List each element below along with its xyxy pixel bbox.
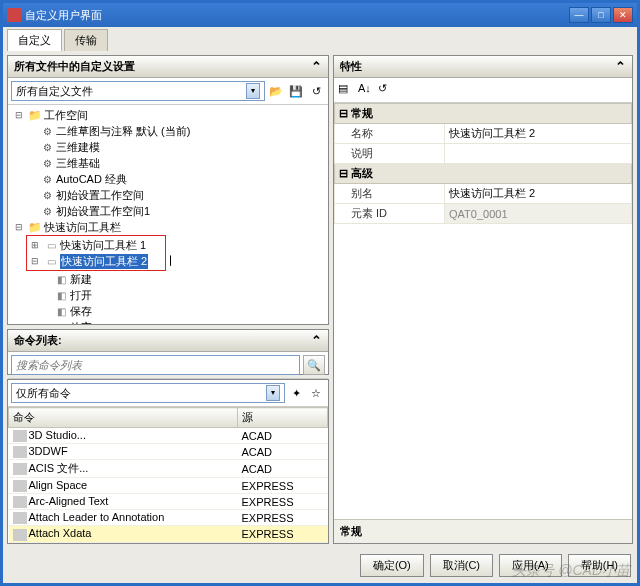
command-list-panel: 仅所有命令▾ ✦ ☆ 命令源 3D Studio...ACAD3DDWFACAD… bbox=[7, 379, 329, 544]
maximize-button[interactable]: □ bbox=[591, 7, 611, 23]
properties-panel: 特性⌃ ▤ A↓ ↺ ⊟ 常规 名称快速访问工具栏 2 说明 ⊟ 高级 别名快速… bbox=[333, 55, 633, 544]
file-combo[interactable]: 所有自定义文件▾ bbox=[11, 81, 265, 101]
search-icon[interactable]: 🔍 bbox=[303, 355, 325, 375]
panel-title: 所有文件中的自定义设置 bbox=[14, 59, 135, 74]
props-footer: 常规 bbox=[334, 519, 632, 543]
categorize-icon[interactable]: ▤ bbox=[337, 81, 355, 99]
properties-grid[interactable]: ⊟ 常规 名称快速访问工具栏 2 说明 ⊟ 高级 别名快速访问工具栏 2 元素 … bbox=[334, 103, 632, 224]
customizations-panel: 所有文件中的自定义设置⌃ 所有自定义文件▾ 📂 💾 ↺ ⊟工作空间 二维草图与注… bbox=[7, 55, 329, 325]
window-title: 自定义用户界面 bbox=[25, 8, 569, 23]
sort-icon[interactable]: A↓ bbox=[357, 81, 375, 99]
command-row[interactable]: 3D Studio...ACAD bbox=[9, 428, 328, 444]
sync-icon[interactable]: ↺ bbox=[307, 82, 325, 100]
command-grid[interactable]: 命令源 3D Studio...ACAD3DDWFACADACIS 文件...A… bbox=[8, 407, 328, 543]
minimize-button[interactable]: — bbox=[569, 7, 589, 23]
command-row[interactable]: Arc-Aligned TextEXPRESS bbox=[9, 494, 328, 510]
tab-customize[interactable]: 自定义 bbox=[7, 29, 62, 51]
command-row[interactable]: 3DDWFACAD bbox=[9, 444, 328, 460]
command-row[interactable]: Attach Leader to AnnotationEXPRESS bbox=[9, 510, 328, 526]
watermark: 头条号 @CAD小苗 bbox=[512, 562, 630, 580]
command-row[interactable]: ACIS 文件...ACAD bbox=[9, 460, 328, 478]
save-icon[interactable]: 💾 bbox=[287, 82, 305, 100]
customization-tree[interactable]: ⊟工作空间 二维草图与注释 默认 (当前) 三维建模 三维基础 AutoCAD … bbox=[10, 107, 326, 324]
qat1-node[interactable]: 快速访问工具栏 1 bbox=[60, 238, 146, 253]
collapse-icon[interactable]: ⌃ bbox=[311, 59, 322, 74]
open-icon[interactable]: 📂 bbox=[267, 82, 285, 100]
find-icon[interactable]: ☆ bbox=[307, 384, 325, 402]
command-row[interactable]: ATTIPEDITACAD bbox=[9, 542, 328, 543]
qat2-node-selected[interactable]: 快速访问工具栏 2 bbox=[60, 254, 148, 269]
collapse-icon[interactable]: ⌃ bbox=[615, 59, 626, 74]
collapse-icon[interactable]: ⌃ bbox=[311, 333, 322, 348]
chevron-down-icon[interactable]: ▾ bbox=[246, 83, 260, 99]
filter-combo[interactable]: 仅所有命令▾ bbox=[11, 383, 285, 403]
command-row[interactable]: Align SpaceEXPRESS bbox=[9, 478, 328, 494]
tab-transfer[interactable]: 传输 bbox=[64, 29, 108, 51]
search-input[interactable] bbox=[11, 355, 300, 375]
command-row[interactable]: Attach XdataEXPRESS bbox=[9, 526, 328, 542]
title-bar: 自定义用户界面 — □ ✕ bbox=[3, 3, 637, 27]
cancel-button[interactable]: 取消(C) bbox=[430, 554, 493, 577]
close-button[interactable]: ✕ bbox=[613, 7, 633, 23]
app-icon bbox=[7, 8, 21, 22]
ok-button[interactable]: 确定(O) bbox=[360, 554, 424, 577]
command-list-header-panel: 命令列表:⌃ 🔍 bbox=[7, 329, 329, 375]
new-cmd-icon[interactable]: ✦ bbox=[287, 384, 305, 402]
reset-icon[interactable]: ↺ bbox=[377, 81, 395, 99]
cmdlist-title: 命令列表: bbox=[14, 333, 62, 348]
props-title: 特性 bbox=[340, 59, 362, 74]
tab-bar: 自定义 传输 bbox=[3, 27, 637, 51]
chevron-down-icon[interactable]: ▾ bbox=[266, 385, 280, 401]
